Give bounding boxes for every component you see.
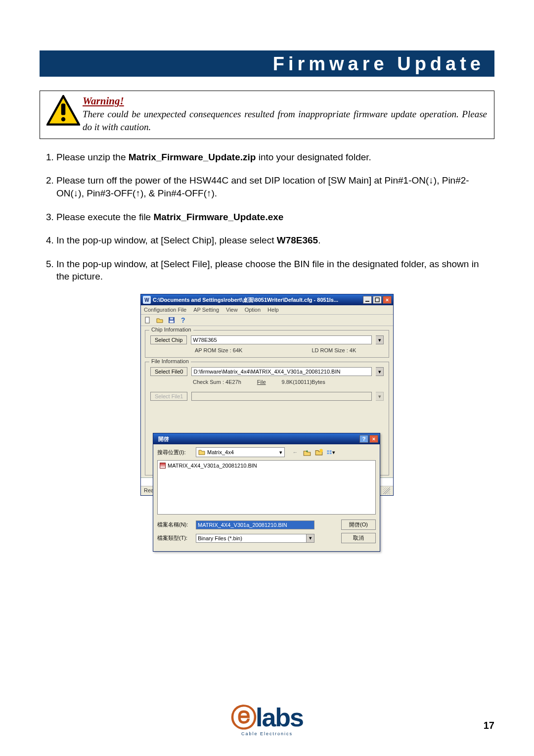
select-file0-button[interactable]: Select File0	[150, 367, 187, 376]
page-footer: ⓔlabs Cable Electronics 17	[40, 701, 494, 736]
svg-point-2	[61, 117, 66, 122]
page-number: 17	[484, 720, 494, 731]
step-1: Please unzip the Matrix_Firmware_Update.…	[56, 151, 494, 164]
logo-subtext: Cable Electronics	[231, 731, 303, 736]
svg-rect-12	[330, 450, 332, 452]
app-window: W C:\Documents and Settings\robert\桌面\80…	[140, 294, 394, 496]
section-header-text: Firmware Update	[273, 53, 485, 74]
filename-field[interactable]	[196, 520, 314, 529]
minimize-button[interactable]	[363, 296, 372, 304]
filetype-label: 檔案類型(T):	[157, 534, 193, 542]
step-3-pre: Please execute the file	[56, 212, 153, 222]
nav-back-icon[interactable]: ←	[291, 448, 300, 457]
menu-config-file[interactable]: Configuration File	[144, 307, 186, 313]
cancel-button[interactable]: 取消	[341, 533, 376, 543]
file1-path-field	[191, 392, 372, 401]
app-titlebar[interactable]: W C:\Documents and Settings\robert\桌面\80…	[141, 294, 393, 305]
nav-view-menu-icon[interactable]: ▾	[326, 448, 335, 457]
svg-point-10	[319, 449, 323, 452]
file-label: File	[257, 379, 266, 385]
help-icon[interactable]: ?	[179, 316, 188, 325]
resize-grip-icon[interactable]	[383, 487, 390, 494]
chip-dropdown-arrow[interactable]: ▾	[376, 335, 384, 344]
brand-logo: ⓔlabs Cable Electronics	[231, 701, 303, 736]
file-open-dialog: 開啓 ? × 搜尋位置(I): Matrix_4x4 ▾	[153, 433, 380, 552]
look-in-value: Matrix_4x4	[207, 449, 234, 455]
file1-dropdown-arrow: ▾	[376, 392, 384, 401]
open-file-icon[interactable]	[155, 316, 164, 325]
nav-up-icon[interactable]	[303, 448, 312, 457]
menu-ap-setting[interactable]: AP Setting	[193, 307, 219, 313]
step-4-pre: In the pop-up window, at [Select Chip], …	[56, 235, 277, 245]
svg-rect-8	[170, 318, 173, 320]
look-in-label: 搜尋位置(I):	[157, 449, 193, 456]
filename-label: 檔案名稱(N):	[157, 521, 193, 528]
menu-view[interactable]: View	[226, 307, 238, 313]
svg-rect-11	[327, 450, 329, 452]
logo-globe-icon: ⓔ	[231, 703, 256, 732]
open-dialog-titlebar[interactable]: 開啓 ? ×	[153, 433, 380, 444]
maximize-button[interactable]	[373, 296, 382, 304]
step-2: Please turn off the power of the HSW44C …	[56, 174, 494, 199]
file-list-item[interactable]: MATRIX_4X4_V301a_20081210.BIN	[160, 463, 373, 469]
chip-info-legend: Chip Information	[149, 327, 193, 332]
file0-dropdown-arrow[interactable]: ▾	[376, 367, 384, 376]
step-4: In the pop-up window, at [Select Chip], …	[56, 234, 494, 247]
logo-text: labs	[256, 703, 303, 732]
toolbar: ?	[141, 314, 393, 326]
filetype-combo[interactable]	[196, 534, 307, 543]
look-in-combo[interactable]: Matrix_4x4 ▾	[196, 447, 285, 457]
ap-rom-size: AP ROM Size : 64K	[195, 347, 242, 353]
section-header: Firmware Update	[40, 49, 494, 77]
file-info-legend: File Information	[149, 358, 191, 364]
select-file1-button: Select File1	[150, 392, 187, 401]
step-3: Please execute the file Matrix_Firmware_…	[56, 211, 494, 224]
select-chip-button[interactable]: Select Chip	[150, 335, 187, 344]
open-dialog-help-button[interactable]: ?	[359, 435, 368, 443]
step-4-bold: W78E365	[277, 235, 318, 245]
svg-rect-13	[327, 453, 329, 454]
file-checksum: Check Sum : 4E27h	[193, 379, 241, 385]
filetype-dropdown-arrow[interactable]: ▾	[307, 534, 314, 543]
file0-path-field[interactable]	[191, 367, 372, 376]
open-button[interactable]: 開啓(O)	[341, 520, 376, 530]
warning-box: Warning! There could be unexpected conse…	[40, 91, 494, 139]
menubar: Configuration File AP Setting View Optio…	[141, 305, 393, 314]
step-1-bold: Matrix_Firmware_Update.zip	[129, 152, 256, 162]
warning-icon	[44, 95, 83, 126]
nav-new-folder-icon[interactable]	[314, 448, 323, 457]
close-button[interactable]: ×	[383, 296, 392, 304]
app-title: C:\Documents and Settings\robert\桌面\8051…	[153, 296, 363, 304]
svg-rect-7	[170, 321, 174, 323]
svg-rect-1	[61, 103, 66, 115]
new-file-icon[interactable]	[143, 316, 152, 325]
chip-info-panel: Chip Information Select Chip ▾ AP ROM Si…	[145, 330, 389, 358]
warning-text-block: Warning! There could be unexpected conse…	[83, 94, 487, 134]
svg-rect-14	[330, 453, 332, 454]
chip-value-field[interactable]	[191, 335, 372, 344]
warning-body: There could be unexpected consequences r…	[83, 109, 487, 132]
file-list-item-label: MATRIX_4X4_V301a_20081210.BIN	[168, 463, 257, 469]
instruction-list: Please unzip the Matrix_Firmware_Update.…	[40, 151, 494, 283]
warning-title: Warning!	[83, 95, 124, 107]
save-file-icon[interactable]	[167, 316, 176, 325]
step-5: In the pop-up window, at [Select File], …	[56, 258, 494, 283]
step-1-post: into your designated folder.	[256, 152, 371, 162]
ld-rom-size: LD ROM Size : 4K	[312, 347, 356, 353]
file-size: 9.8K(10011)Bytes	[282, 379, 325, 385]
open-dialog-close-button[interactable]: ×	[369, 435, 378, 443]
bin-file-icon	[160, 463, 166, 469]
svg-rect-3	[365, 301, 369, 302]
open-dialog-title: 開啓	[155, 435, 359, 443]
app-icon: W	[143, 296, 151, 304]
menu-help[interactable]: Help	[267, 307, 279, 313]
file-list[interactable]: MATRIX_4X4_V301a_20081210.BIN	[157, 460, 376, 515]
menu-option[interactable]: Option	[245, 307, 261, 313]
folder-icon	[198, 449, 205, 455]
svg-rect-4	[375, 298, 379, 302]
step-3-bold: Matrix_Firmware_Update.exe	[153, 212, 283, 222]
svg-text:?: ?	[181, 316, 185, 324]
step-4-post: .	[318, 235, 320, 245]
step-1-pre: Please unzip the	[56, 152, 129, 162]
